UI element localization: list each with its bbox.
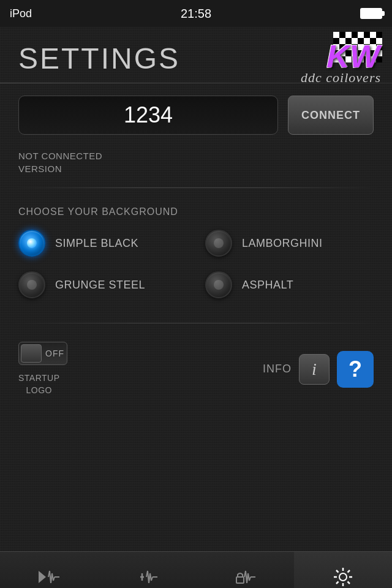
help-button[interactable]: ?: [337, 351, 374, 388]
section-divider-1: [12, 187, 380, 188]
bottom-section: OFF STARTUPLOGO INFO i ?: [0, 336, 392, 402]
bg-options-grid: SIMPLE BLACK LAMBORGHINI G: [18, 230, 374, 298]
bg-label-grunge-steel: GRUNGE STEEL: [55, 279, 145, 292]
status-time: 21:58: [181, 7, 211, 21]
logo-area: KW ddc coilovers: [260, 32, 382, 87]
svg-line-45: [53, 577, 55, 581]
kw-logo: KW ddc coilovers: [260, 32, 382, 87]
bg-label-simple-black: SIMPLE BLACK: [55, 237, 138, 250]
svg-point-62: [339, 573, 347, 581]
bg-label-asphalt: ASPHALT: [242, 279, 293, 292]
kw-logo-text: KW: [326, 38, 380, 75]
battery-icon: [360, 8, 382, 19]
tab-settings[interactable]: SETTINGS: [294, 552, 392, 588]
svg-line-53: [151, 577, 153, 581]
svg-rect-2: [345, 32, 352, 38]
connection-status: NOT CONNECTED VERSION: [0, 147, 392, 175]
toggle-label: OFF: [45, 349, 64, 358]
toggle-thumb: [21, 344, 42, 363]
startup-logo-toggle[interactable]: OFF: [18, 342, 67, 365]
bg-label-lamborghini: LAMBORGHINI: [242, 237, 323, 250]
radio-inner-simple-black: [27, 238, 37, 248]
info-label: INFO: [263, 363, 292, 375]
tab-advanced[interactable]: ADVANCED: [98, 552, 196, 588]
svg-line-69: [348, 570, 350, 573]
radio-inner-grunge-steel: [27, 280, 37, 290]
svg-line-70: [336, 582, 339, 584]
status-bar: iPod 21:58: [0, 0, 392, 27]
status-line1: NOT CONNECTED: [18, 151, 102, 161]
tab-settings-icon: [331, 568, 355, 586]
connect-section: 1234 CONNECT: [0, 83, 392, 147]
main-content: KW ddc coilovers SETTINGS 1234 CONNECT N…: [0, 27, 392, 551]
svg-line-60: [249, 577, 251, 581]
tab-advanced-icon: [135, 568, 159, 586]
device-name: iPod: [10, 7, 32, 20]
tab-basic[interactable]: BASIC: [0, 552, 98, 588]
svg-rect-0: [333, 32, 339, 38]
pin-value: 1234: [124, 102, 173, 128]
radio-lamborghini[interactable]: [205, 230, 232, 257]
tab-basic-icon: [37, 568, 61, 586]
tab-personal[interactable]: PERSONAL: [196, 552, 294, 588]
svg-line-68: [348, 582, 350, 584]
svg-rect-55: [236, 577, 244, 583]
bg-chooser-title: CHOOSE YOUR BACKGROUND: [18, 206, 374, 217]
svg-rect-3: [352, 32, 358, 38]
radio-grunge-steel[interactable]: [18, 271, 45, 298]
page-wrapper: iPod 21:58: [0, 0, 392, 588]
bg-option-simple-black[interactable]: SIMPLE BLACK: [18, 230, 187, 257]
startup-logo-area: OFF STARTUPLOGO: [18, 342, 67, 396]
svg-rect-6: [370, 32, 376, 38]
background-chooser: CHOOSE YOUR BACKGROUND SIMPLE BLACK: [0, 200, 392, 304]
radio-asphalt[interactable]: [205, 271, 232, 298]
bg-option-asphalt[interactable]: ASPHALT: [205, 271, 374, 298]
svg-rect-5: [364, 32, 370, 38]
bg-option-lamborghini[interactable]: LAMBORGHINI: [205, 230, 374, 257]
svg-rect-4: [358, 32, 364, 38]
svg-rect-7: [376, 32, 382, 38]
svg-rect-1: [339, 32, 345, 38]
info-area: INFO i ?: [263, 351, 374, 388]
tab-bar: BASIC ADVANCED: [0, 551, 392, 588]
pin-input[interactable]: 1234: [18, 96, 278, 135]
radio-inner-asphalt: [214, 280, 224, 290]
status-line2: VERSION: [18, 164, 62, 174]
tab-personal-icon: [233, 568, 257, 586]
connect-button[interactable]: CONNECT: [288, 96, 374, 135]
info-button[interactable]: i: [299, 354, 330, 385]
svg-line-67: [336, 570, 339, 573]
radio-inner-lamborghini: [214, 238, 224, 248]
bg-option-grunge-steel[interactable]: GRUNGE STEEL: [18, 271, 187, 298]
radio-simple-black[interactable]: [18, 230, 45, 257]
startup-logo-label: STARTUPLOGO: [18, 372, 60, 396]
section-divider-2: [12, 323, 380, 323]
svg-marker-40: [39, 571, 46, 583]
